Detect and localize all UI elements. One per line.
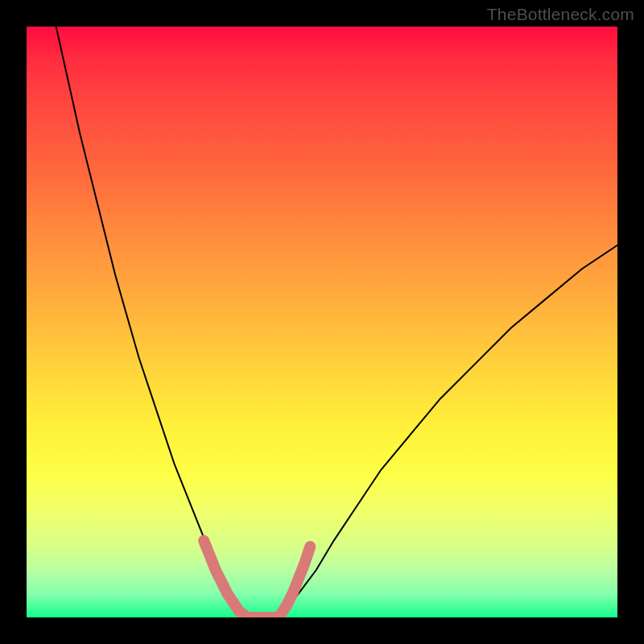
right-curve bbox=[275, 246, 617, 617]
plot-area bbox=[27, 27, 617, 617]
marker-band-segment bbox=[281, 547, 311, 614]
left-curve bbox=[56, 27, 251, 617]
curve-layer bbox=[27, 27, 617, 617]
watermark-text: TheBottleneck.com bbox=[487, 5, 634, 24]
chart-frame: TheBottleneck.com bbox=[0, 0, 644, 644]
marker-band-segment bbox=[204, 541, 245, 616]
